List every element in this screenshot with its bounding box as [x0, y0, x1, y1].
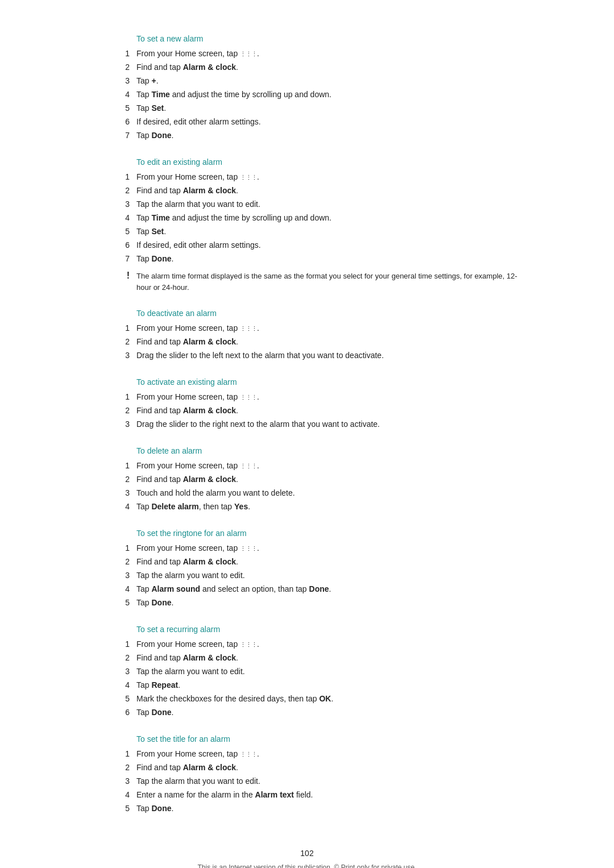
step-number: 6	[114, 707, 136, 719]
page-container: To set a new alarm1From your Home screen…	[91, 0, 523, 868]
step-item: 1From your Home screen, tap .	[114, 391, 523, 403]
note-text: The alarm time format displayed is the s…	[136, 271, 523, 293]
step-number: 1	[114, 322, 136, 334]
step-number: 2	[114, 762, 136, 774]
step-text: Tap Delete alarm, then tap Yes.	[136, 501, 523, 513]
step-text: Find and tap Alarm & clock.	[136, 652, 523, 664]
step-item: 4Tap Time and adjust the time by scrolli…	[114, 212, 523, 224]
step-item: 1From your Home screen, tap .	[114, 48, 523, 60]
step-text: Tap Alarm sound and select an option, th…	[136, 583, 523, 595]
step-number: 4	[114, 212, 136, 224]
section-set-ringtone: To set the ringtone for an alarm1From yo…	[91, 529, 523, 609]
step-number: 4	[114, 679, 136, 691]
step-text: Tap Done.	[136, 130, 523, 142]
step-number: 2	[114, 652, 136, 664]
step-item: 2Find and tap Alarm & clock.	[114, 405, 523, 417]
note-icon: !	[114, 271, 136, 293]
step-list-set-title-alarm: 1From your Home screen, tap .2Find and t…	[114, 748, 523, 815]
step-text: From your Home screen, tap .	[136, 391, 523, 403]
step-text: Tap Repeat.	[136, 679, 523, 691]
step-text: Tap Time and adjust the time by scrollin…	[136, 89, 523, 101]
step-text: Tap Set.	[136, 102, 523, 114]
step-number: 3	[114, 666, 136, 678]
step-text: From your Home screen, tap .	[136, 322, 523, 334]
step-item: 2Find and tap Alarm & clock.	[114, 185, 523, 197]
step-text: If desired, edit other alarm settings.	[136, 116, 523, 128]
step-number: 7	[114, 130, 136, 142]
step-item: 3Drag the slider to the right next to th…	[114, 418, 523, 430]
step-item: 3Tap +.	[114, 75, 523, 87]
step-text: Tap the alarm you want to edit.	[136, 666, 523, 678]
step-text: From your Home screen, tap .	[136, 748, 523, 760]
step-number: 2	[114, 336, 136, 348]
note-block: !The alarm time format displayed is the …	[114, 271, 523, 293]
section-deactivate-alarm: To deactivate an alarm1From your Home sc…	[91, 309, 523, 362]
step-text: Tap Time and adjust the time by scrollin…	[136, 212, 523, 224]
step-text: Tap the alarm you want to edit.	[136, 570, 523, 582]
step-number: 1	[114, 748, 136, 760]
step-text: Tap Done.	[136, 707, 523, 719]
step-item: 6Tap Done.	[114, 707, 523, 719]
step-item: 4Enter a name for the alarm in the Alarm…	[114, 789, 523, 801]
step-number: 3	[114, 487, 136, 499]
step-text: Drag the slider to the left next to the …	[136, 350, 523, 362]
step-item: 3Drag the slider to the left next to the…	[114, 350, 523, 362]
section-set-title-alarm: To set the title for an alarm1From your …	[91, 734, 523, 815]
sections-container: To set a new alarm1From your Home screen…	[91, 34, 523, 815]
step-item: 3Tap the alarm that you want to edit.	[114, 775, 523, 787]
step-number: 2	[114, 185, 136, 197]
step-text: Tap +.	[136, 75, 523, 87]
step-item: 3Touch and hold the alarm you want to de…	[114, 487, 523, 499]
step-item: 5Mark the checkboxes for the desired day…	[114, 693, 523, 705]
step-text: From your Home screen, tap .	[136, 542, 523, 554]
section-set-new-alarm: To set a new alarm1From your Home screen…	[91, 34, 523, 142]
step-number: 1	[114, 638, 136, 650]
step-text: Find and tap Alarm & clock.	[136, 474, 523, 485]
section-title-deactivate-alarm: To deactivate an alarm	[136, 309, 523, 318]
step-item: 5Tap Set.	[114, 226, 523, 238]
step-item: 4Tap Time and adjust the time by scrolli…	[114, 89, 523, 101]
step-number: 3	[114, 418, 136, 430]
step-item: 4Tap Repeat.	[114, 679, 523, 691]
step-text: Tap Set.	[136, 226, 523, 238]
step-text: Mark the checkboxes for the desired days…	[136, 693, 523, 705]
step-text: Tap the alarm that you want to edit.	[136, 775, 523, 787]
step-text: Find and tap Alarm & clock.	[136, 61, 523, 73]
step-list-set-recurring-alarm: 1From your Home screen, tap .2Find and t…	[114, 638, 523, 719]
step-text: Touch and hold the alarm you want to del…	[136, 487, 523, 499]
page-number: 102	[91, 849, 523, 858]
step-text: Tap the alarm that you want to edit.	[136, 198, 523, 210]
step-item: 2Find and tap Alarm & clock.	[114, 652, 523, 664]
step-text: Drag the slider to the right next to the…	[136, 418, 523, 430]
step-item: 1From your Home screen, tap .	[114, 322, 523, 334]
step-number: 2	[114, 474, 136, 485]
step-number: 5	[114, 693, 136, 705]
step-text: Tap Done.	[136, 597, 523, 609]
step-item: 3Tap the alarm you want to edit.	[114, 570, 523, 582]
step-text: From your Home screen, tap .	[136, 171, 523, 183]
step-number: 5	[114, 102, 136, 114]
section-title-activate-existing-alarm: To activate an existing alarm	[136, 377, 523, 387]
step-number: 5	[114, 803, 136, 815]
section-edit-existing-alarm: To edit an existing alarm1From your Home…	[91, 157, 523, 293]
step-number: 1	[114, 171, 136, 183]
step-number: 1	[114, 542, 136, 554]
step-list-delete-alarm: 1From your Home screen, tap .2Find and t…	[114, 460, 523, 513]
step-item: 7Tap Done.	[114, 130, 523, 142]
step-item: 5Tap Done.	[114, 597, 523, 609]
step-item: 1From your Home screen, tap .	[114, 542, 523, 554]
step-number: 7	[114, 253, 136, 265]
page-footer: 102 This is an Internet version of this …	[91, 849, 523, 868]
step-item: 1From your Home screen, tap .	[114, 460, 523, 472]
section-set-recurring-alarm: To set a recurring alarm1From your Home …	[91, 625, 523, 719]
step-number: 4	[114, 583, 136, 595]
step-number: 3	[114, 570, 136, 582]
step-item: 1From your Home screen, tap .	[114, 638, 523, 650]
section-activate-existing-alarm: To activate an existing alarm1From your …	[91, 377, 523, 430]
step-number: 1	[114, 460, 136, 472]
step-text: From your Home screen, tap .	[136, 48, 523, 60]
step-number: 4	[114, 89, 136, 101]
section-title-delete-alarm: To delete an alarm	[136, 446, 523, 455]
step-text: Find and tap Alarm & clock.	[136, 336, 523, 348]
step-text: If desired, edit other alarm settings.	[136, 239, 523, 251]
